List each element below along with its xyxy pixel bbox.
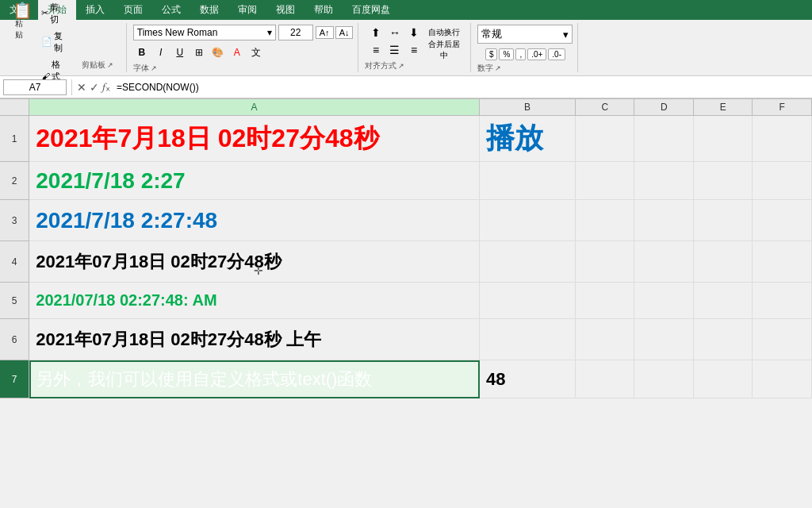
select-all-button[interactable] bbox=[0, 98, 29, 116]
cell-D4[interactable] bbox=[634, 241, 694, 283]
cell-E1[interactable] bbox=[694, 116, 753, 162]
cut-button[interactable]: ✂ 剪切 bbox=[37, 0, 71, 27]
cell-C7[interactable] bbox=[576, 360, 635, 398]
tab-view[interactable]: 视图 bbox=[266, 0, 304, 20]
cell-B4[interactable] bbox=[480, 241, 576, 283]
cell-F3[interactable] bbox=[753, 200, 812, 241]
tab-formula[interactable]: 公式 bbox=[152, 0, 190, 20]
formula-input[interactable]: =SECOND(NOW()) bbox=[113, 80, 809, 94]
col-header-C[interactable]: C bbox=[576, 98, 635, 116]
font-expand-icon[interactable]: ↗ bbox=[151, 64, 157, 72]
row-header-5[interactable]: 5 bbox=[0, 283, 29, 319]
font-size-input[interactable]: 22 bbox=[278, 25, 313, 40]
font-name-dropdown[interactable]: Times New Roman ▾ bbox=[133, 25, 276, 40]
cancel-formula-icon[interactable]: ✕ bbox=[77, 81, 86, 94]
cell-E3[interactable] bbox=[694, 200, 753, 241]
cell-B1[interactable]: 播放 bbox=[480, 116, 576, 162]
row-header-4[interactable]: 4 bbox=[0, 241, 29, 283]
col-header-F[interactable]: F bbox=[753, 98, 812, 116]
cell-D1[interactable] bbox=[634, 116, 694, 162]
align-left-button[interactable]: ≡ bbox=[367, 42, 385, 58]
cell-D7[interactable] bbox=[634, 360, 694, 398]
cell-A3[interactable]: 2021/7/18 2:27:48 bbox=[29, 200, 480, 241]
font-color-button[interactable]: A bbox=[228, 44, 246, 60]
align-expand-icon[interactable]: ↗ bbox=[398, 62, 404, 70]
font-decrease-button[interactable]: A↓ bbox=[335, 26, 354, 39]
cell-D2[interactable] bbox=[634, 162, 694, 200]
merge-center-button[interactable]: 合并后居中 bbox=[424, 42, 464, 58]
cell-C4[interactable] bbox=[576, 241, 635, 283]
bold-button[interactable]: B bbox=[133, 44, 151, 60]
italic-button[interactable]: I bbox=[152, 44, 170, 60]
percent-button[interactable]: % bbox=[499, 48, 514, 60]
row-header-6[interactable]: 6 bbox=[0, 319, 29, 360]
cell-E7[interactable] bbox=[694, 360, 753, 398]
tab-data[interactable]: 数据 bbox=[190, 0, 228, 20]
cell-B2[interactable] bbox=[480, 162, 576, 200]
confirm-formula-icon[interactable]: ✓ bbox=[90, 81, 99, 94]
font-increase-button[interactable]: A↑ bbox=[316, 26, 334, 39]
col-header-B[interactable]: B bbox=[480, 98, 576, 116]
cell-reference-input[interactable]: A7 bbox=[3, 79, 67, 95]
increase-decimal-button[interactable]: .0+ bbox=[527, 48, 546, 60]
cell-A4[interactable]: 2021年07月18日 02时27分48秒 ✛ bbox=[29, 241, 480, 283]
cell-B3[interactable] bbox=[480, 200, 576, 241]
col-header-D[interactable]: D bbox=[634, 98, 694, 116]
cell-C5[interactable] bbox=[576, 283, 635, 319]
cell-A7[interactable]: 另外，我们可以使用自定义格式或text()函数 bbox=[29, 360, 480, 398]
cell-D3[interactable] bbox=[634, 200, 694, 241]
row-header-7[interactable]: 7 bbox=[0, 360, 29, 398]
wrap-text-button[interactable]: 自动换行 bbox=[424, 25, 464, 40]
cell-D6[interactable] bbox=[634, 319, 694, 360]
cell-C2[interactable] bbox=[576, 162, 635, 200]
align-right-button[interactable]: ≡ bbox=[405, 42, 423, 58]
cell-B6[interactable] bbox=[480, 319, 576, 360]
cell-A6[interactable]: 2021年07月18日 02时27分48秒 上午 bbox=[29, 319, 480, 360]
cell-B5[interactable] bbox=[480, 283, 576, 319]
row-header-3[interactable]: 3 bbox=[0, 200, 29, 241]
currency-button[interactable]: $ bbox=[485, 48, 498, 60]
underline-button[interactable]: U bbox=[171, 44, 189, 60]
cell-F7[interactable] bbox=[753, 360, 812, 398]
fill-color-button[interactable]: 🎨 bbox=[209, 44, 227, 60]
align-bottom-button[interactable]: ⬇ bbox=[405, 25, 423, 40]
border-button[interactable]: ⊞ bbox=[190, 44, 208, 60]
cell-A5[interactable]: 2021/07/18 02:27:48: AM bbox=[29, 283, 480, 319]
col-header-A[interactable]: A bbox=[29, 98, 480, 116]
align-center-button[interactable]: ☰ bbox=[386, 42, 404, 58]
cell-F6[interactable] bbox=[753, 319, 812, 360]
cell-F5[interactable] bbox=[753, 283, 812, 319]
align-top-button[interactable]: ⬆ bbox=[367, 25, 385, 40]
cell-F2[interactable] bbox=[753, 162, 812, 200]
insert-function-icon[interactable]: 𝑓ₓ bbox=[102, 80, 110, 94]
number-format-dropdown[interactable]: 常规 ▾ bbox=[477, 25, 573, 44]
tab-page[interactable]: 页面 bbox=[114, 0, 152, 20]
tab-help[interactable]: 帮助 bbox=[304, 0, 343, 20]
tab-baidu[interactable]: 百度网盘 bbox=[343, 0, 400, 20]
cell-E6[interactable] bbox=[694, 319, 753, 360]
decrease-decimal-button[interactable]: .0- bbox=[548, 48, 565, 60]
tab-review[interactable]: 审阅 bbox=[228, 0, 266, 20]
clipboard-expand-icon[interactable]: ↗ bbox=[107, 61, 113, 69]
row-header-1[interactable]: 1 bbox=[0, 116, 29, 162]
number-expand-icon[interactable]: ↗ bbox=[495, 64, 501, 72]
cell-F4[interactable] bbox=[753, 241, 812, 283]
row-header-2[interactable]: 2 bbox=[0, 162, 29, 200]
cell-C1[interactable] bbox=[576, 116, 635, 162]
cell-B7[interactable]: 48 bbox=[480, 360, 576, 398]
cell-E5[interactable] bbox=[694, 283, 753, 319]
cell-E2[interactable] bbox=[694, 162, 753, 200]
copy-button[interactable]: 📄 复制 bbox=[37, 29, 71, 56]
align-middle-button[interactable]: ↔ bbox=[386, 25, 404, 40]
cell-E4[interactable] bbox=[694, 241, 753, 283]
cell-C6[interactable] bbox=[576, 319, 635, 360]
cell-F1[interactable] bbox=[753, 116, 812, 162]
tab-insert[interactable]: 插入 bbox=[76, 0, 114, 20]
cell-D5[interactable] bbox=[634, 283, 694, 319]
cell-A1[interactable]: 2021年7月18日 02时27分48秒 bbox=[29, 116, 480, 162]
special-chars-button[interactable]: 文 bbox=[247, 44, 265, 60]
cell-A2[interactable]: 2021/7/18 2:27 bbox=[29, 162, 480, 200]
cell-C3[interactable] bbox=[576, 200, 635, 241]
comma-button[interactable]: , bbox=[515, 48, 526, 60]
col-header-E[interactable]: E bbox=[694, 98, 753, 116]
